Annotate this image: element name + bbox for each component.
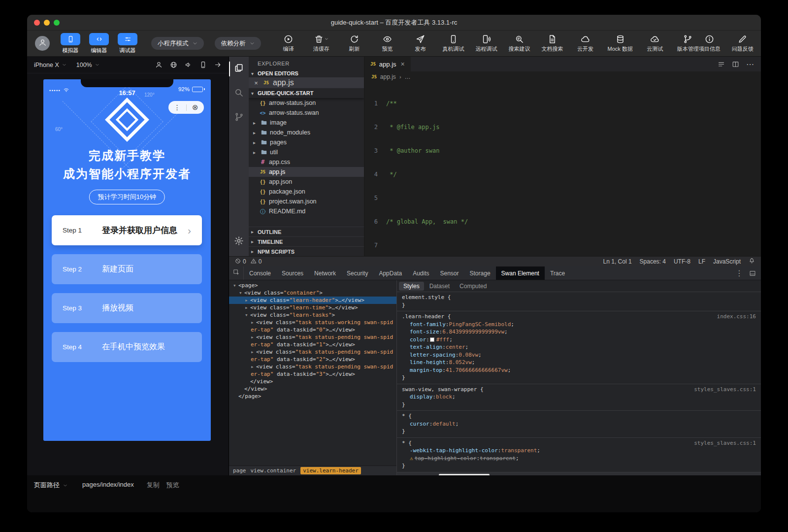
css-property[interactable]: font-family:PingFangSC-Semibold;	[402, 321, 756, 329]
simulator-mode-button[interactable]: 模拟器	[58, 33, 83, 54]
miniprogram-capsule[interactable]: ⋮ ⊗	[168, 101, 204, 114]
code-area[interactable]: 1/** 2 * @file app.js 3 * @author swan 4…	[364, 82, 761, 256]
file-item[interactable]: README.md	[249, 206, 364, 216]
compile-button[interactable]: 编译	[278, 34, 299, 53]
cloud-dev-button[interactable]: 云开发	[575, 34, 596, 53]
problems-indicator[interactable]: 0 0	[235, 258, 262, 266]
dom-node[interactable]: ▸<view class="task status-pending swan-s…	[229, 363, 396, 378]
refresh-button[interactable]: 刷新	[344, 34, 365, 53]
globe-icon[interactable]	[170, 61, 177, 68]
dom-node[interactable]: ▸<view class="task status-pending swan-s…	[229, 333, 396, 348]
toolbar-dropdown[interactable]: 依赖分析	[215, 37, 261, 50]
devtools-tab-network[interactable]: Network	[309, 266, 341, 280]
open-editors-list-icon[interactable]	[718, 61, 725, 68]
css-property[interactable]: ⚠tap-highlight-color:transparent;	[402, 455, 756, 463]
file-item[interactable]: ▸ util	[249, 147, 364, 157]
status-item[interactable]: Spaces: 4	[640, 258, 666, 265]
dom-breadcrumb-item[interactable]: view.learn-header	[300, 467, 361, 474]
editor-breadcrumb[interactable]: JS app.js › …	[364, 71, 761, 82]
close-tab-icon[interactable]: ×	[401, 60, 405, 68]
devtools-tab-trace[interactable]: Trace	[545, 266, 570, 280]
dom-node[interactable]: ▾<page>	[229, 282, 396, 289]
css-property[interactable]: margin-top:41.70666666666667vw;	[402, 366, 756, 374]
close-window-button[interactable]	[34, 20, 40, 26]
devtools-tab-appdata[interactable]: AppData	[373, 266, 407, 280]
doc-search-button[interactable]: 文档搜索	[542, 34, 563, 53]
dom-node[interactable]: ▸<view class="learn-time">…</view>	[229, 304, 396, 311]
status-item[interactable]: JavaScript	[713, 258, 741, 265]
dom-breadcrumb-item[interactable]: page	[233, 467, 246, 474]
close-icon[interactable]: ×	[253, 79, 260, 87]
explorer-section-npm-scripts[interactable]: ▸ NPM SCRIPTS	[249, 246, 364, 256]
status-item[interactable]: LF	[698, 258, 705, 265]
dom-node[interactable]: </view>	[229, 378, 396, 385]
css-property[interactable]: display:block;	[402, 393, 756, 401]
status-item[interactable]: UTF-8	[674, 258, 690, 265]
device-select[interactable]: iPhone X	[34, 62, 66, 68]
copy-path-button[interactable]: 复制	[147, 481, 160, 490]
settings-button[interactable]	[229, 233, 249, 250]
devtools-tab-sources[interactable]: Sources	[276, 266, 309, 280]
inspect-element-button[interactable]	[229, 266, 244, 280]
source-control-activity-button[interactable]	[229, 110, 249, 126]
css-property[interactable]: cursor:default;	[402, 420, 756, 428]
step-card-4[interactable]: Step 4 在手机中预览效果	[52, 332, 202, 362]
dom-node[interactable]: ▸<view class="task status-pending swan-s…	[229, 348, 396, 363]
preview-path-button[interactable]: 预览	[166, 481, 179, 490]
device-icon[interactable]	[199, 61, 207, 68]
capsule-more-icon[interactable]: ⋮	[168, 103, 186, 111]
user-avatar[interactable]	[35, 36, 50, 51]
dom-breadcrumb-item[interactable]: view.container	[251, 467, 296, 474]
css-property[interactable]: letter-spacing:0.08vw;	[402, 351, 756, 359]
css-property[interactable]: -webkit-tap-highlight-color:transparent;	[402, 447, 756, 455]
css-property[interactable]: text-align:center;	[402, 343, 756, 351]
zoom-select[interactable]: 100%	[76, 62, 99, 68]
page-path-dropdown[interactable]: 页面路径	[34, 481, 67, 490]
editor-mode-button[interactable]: 编辑器	[86, 33, 112, 54]
devtools-tab-audits[interactable]: Audits	[407, 266, 434, 280]
color-swatch[interactable]	[430, 337, 434, 342]
remote-debug-button[interactable]: 远程调试	[476, 34, 497, 53]
css-property[interactable]: font-size:6.843999999999999vw;	[402, 328, 756, 336]
dom-node[interactable]: ▸<view class="task status-working swan-s…	[229, 319, 396, 333]
dom-node[interactable]: ▸<view class="learn-header">…</view>	[229, 297, 396, 304]
devtools-tab-console[interactable]: Console	[244, 266, 276, 280]
file-item[interactable]: #app.css	[249, 157, 364, 167]
step-card-2[interactable]: Step 2 新建页面	[52, 254, 202, 284]
open-editors-header[interactable]: ▾OPEN EDITORS	[249, 69, 364, 77]
dom-node[interactable]: </page>	[229, 393, 396, 400]
project-info-button[interactable]: 项目信息	[699, 34, 721, 53]
explorer-section-outline[interactable]: ▸ OUTLINE	[249, 227, 364, 236]
status-item[interactable]: Ln 1, Col 1	[603, 258, 632, 265]
editor-tab-appjs[interactable]: JS app.js ×	[364, 57, 411, 71]
styles-tab-dataset[interactable]: Dataset	[425, 282, 454, 291]
explorer-section-timeline[interactable]: ▸ TIMELINE	[249, 236, 364, 246]
split-editor-icon[interactable]	[732, 61, 739, 68]
real-device-button[interactable]: 真机调试	[443, 34, 464, 53]
version-button[interactable]: 版本管理	[677, 34, 699, 53]
toolbar-dropdown[interactable]: 小程序模式	[151, 37, 204, 50]
file-item[interactable]: JSapp.js	[249, 167, 364, 177]
file-item[interactable]: ▸ node_modules	[249, 128, 364, 137]
debugger-mode-button[interactable]: 调试器	[115, 33, 140, 54]
publish-button[interactable]: 发布	[410, 34, 431, 53]
devtools-tab-sensor[interactable]: Sensor	[435, 266, 464, 280]
stylesheet-link[interactable]: styles_slaves.css:1	[694, 386, 756, 394]
devtools-tab-storage[interactable]: Storage	[464, 266, 496, 280]
dock-panel-icon[interactable]	[749, 270, 756, 277]
file-item[interactable]: {}project.swan.json	[249, 197, 364, 206]
search-suggest-button[interactable]: 搜索建议	[509, 34, 530, 53]
maximize-window-button[interactable]	[54, 20, 60, 26]
user-icon[interactable]	[155, 61, 163, 68]
preview-button[interactable]: 预览	[377, 34, 398, 53]
step-card-1[interactable]: Step 1 登录并获取用户信息 ›	[52, 215, 202, 245]
file-item[interactable]: {}arrow-status.json	[249, 98, 364, 108]
devtools-tab-swan-element[interactable]: Swan Element	[496, 266, 545, 280]
speaker-icon[interactable]	[185, 61, 192, 68]
dom-node[interactable]: ▾<view class="learn-tasks">	[229, 311, 396, 319]
dom-node[interactable]: </view>	[229, 385, 396, 393]
explorer-activity-button[interactable]	[229, 61, 249, 77]
stylesheet-link[interactable]: index.css:16	[717, 313, 756, 321]
dom-node[interactable]: ▾<view class="container">	[229, 289, 396, 297]
stylesheet-link[interactable]: styles_slaves.css:1	[694, 439, 756, 447]
